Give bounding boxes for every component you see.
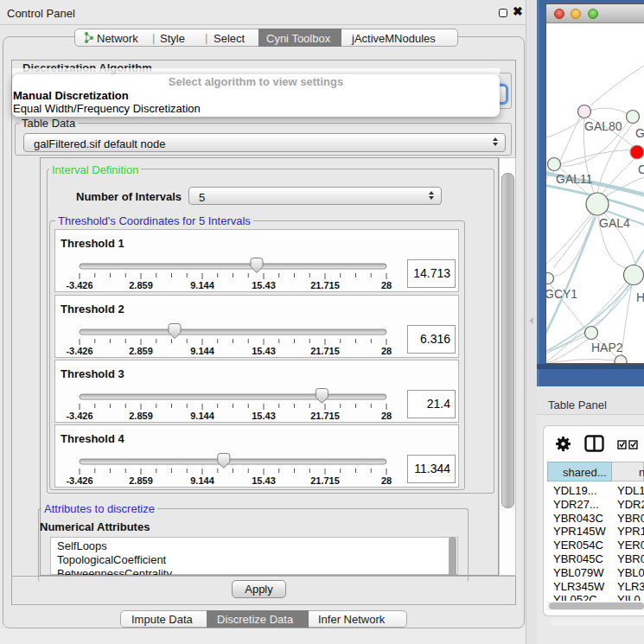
svg-text:2.859: 2.859 bbox=[129, 411, 153, 421]
svg-text:GAL11: GAL11 bbox=[556, 172, 593, 186]
svg-text:15.43: 15.43 bbox=[252, 346, 276, 356]
svg-text:-3.426: -3.426 bbox=[66, 475, 92, 486]
svg-text:2.859: 2.859 bbox=[129, 280, 153, 290]
svg-text:-3.426: -3.426 bbox=[66, 411, 92, 421]
svg-text:9.144: 9.144 bbox=[190, 346, 214, 356]
svg-text:H: H bbox=[636, 290, 644, 304]
svg-text:GA: GA bbox=[635, 126, 644, 140]
svg-text:9.144: 9.144 bbox=[190, 411, 214, 421]
svg-text:21.715: 21.715 bbox=[310, 280, 340, 290]
svg-text:2.859: 2.859 bbox=[129, 346, 153, 356]
svg-text:28: 28 bbox=[381, 475, 392, 486]
svg-text:28: 28 bbox=[381, 280, 392, 290]
svg-text:-3.426: -3.426 bbox=[66, 280, 92, 290]
svg-text:2.859: 2.859 bbox=[129, 475, 153, 486]
svg-text:15.43: 15.43 bbox=[252, 475, 276, 486]
svg-text:GCY1: GCY1 bbox=[546, 287, 577, 301]
svg-text:28: 28 bbox=[381, 346, 392, 356]
svg-text:HAP2: HAP2 bbox=[591, 341, 623, 354]
svg-text:15.43: 15.43 bbox=[252, 411, 276, 421]
svg-text:GAL4: GAL4 bbox=[599, 216, 630, 230]
svg-text:GAL80: GAL80 bbox=[584, 119, 622, 133]
svg-text:21.715: 21.715 bbox=[310, 411, 340, 421]
svg-text:-3.426: -3.426 bbox=[66, 346, 92, 356]
svg-text:9.144: 9.144 bbox=[190, 280, 214, 290]
svg-text:9.144: 9.144 bbox=[190, 475, 214, 486]
svg-text:C: C bbox=[638, 163, 644, 176]
svg-text:15.43: 15.43 bbox=[252, 280, 276, 290]
svg-text:21.715: 21.715 bbox=[310, 346, 340, 356]
svg-text:28: 28 bbox=[381, 411, 392, 421]
svg-text:21.715: 21.715 bbox=[310, 475, 340, 486]
